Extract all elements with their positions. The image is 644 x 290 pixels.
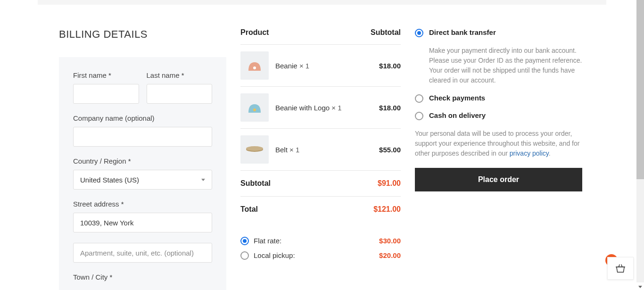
country-field: Country / Region * United States (US) [73, 157, 212, 190]
scroll-down-icon[interactable] [638, 286, 642, 288]
item-name: Beanie with Logo × 1 [275, 104, 379, 112]
item-name: Belt × 1 [275, 146, 379, 154]
country-select[interactable]: United States (US) [73, 170, 212, 190]
billing-title: BILLING DETAILS [59, 28, 226, 41]
order-column: Product Subtotal Beanie × 1 $18.00 Beani… [240, 28, 401, 290]
shipping-price: $30.00 [379, 237, 401, 245]
payment-option-bank: Direct bank transfer [415, 28, 582, 37]
company-field: Company name (optional) [73, 114, 212, 147]
company-label: Company name (optional) [73, 114, 212, 122]
subtotal-amount: $91.00 [378, 179, 401, 188]
payment-label: Check payments [429, 94, 485, 102]
item-name: Beanie × 1 [275, 62, 379, 70]
first-name-input[interactable] [73, 84, 139, 104]
apt-field [73, 243, 212, 263]
shipping-row: Flat rate: $30.00 [240, 233, 401, 248]
shipping-label: Flat rate: [254, 237, 281, 245]
payment-label: Direct bank transfer [429, 28, 496, 36]
apt-input[interactable] [73, 243, 212, 263]
payment-label: Cash on delivery [429, 111, 486, 119]
shipping-radio-flat[interactable] [240, 237, 249, 245]
billing-column: BILLING DETAILS First name * Last name *… [59, 28, 226, 290]
privacy-text: Your personal data will be used to proce… [415, 129, 582, 158]
item-price: $18.00 [379, 62, 401, 70]
subtotal-label: Subtotal [240, 179, 271, 188]
privacy-link[interactable]: privacy policy [510, 149, 549, 157]
shipping-row: Local pickup: $20.00 [240, 248, 401, 263]
checkout-container: BILLING DETAILS First name * Last name *… [0, 5, 644, 290]
payment-option-check: Check payments [415, 94, 582, 103]
country-label: Country / Region * [73, 157, 212, 165]
shipping-label: Local pickup: [254, 251, 295, 259]
street-label: Street address * [73, 200, 212, 208]
last-name-label: Last name * [147, 71, 213, 79]
company-input[interactable] [73, 127, 212, 147]
payment-radio-cod[interactable] [415, 112, 423, 120]
payment-radio-bank[interactable] [415, 29, 423, 37]
payment-option-cod: Cash on delivery [415, 111, 582, 120]
payment-column: Direct bank transfer Make your payment d… [415, 28, 582, 290]
shipping-radio-pickup[interactable] [240, 251, 249, 260]
cart-widget[interactable] [607, 257, 634, 280]
street-field: Street address * [73, 200, 212, 232]
shipping-options: Flat rate: $30.00 Local pickup: $20.00 [240, 222, 401, 263]
top-spacer [38, 0, 606, 5]
billing-form: First name * Last name * Company name (o… [59, 57, 226, 290]
payment-desc: Make your payment directly into our bank… [429, 46, 582, 85]
order-item: Beanie with Logo × 1 $18.00 [240, 87, 401, 129]
subtotal-header: Subtotal [371, 28, 401, 37]
town-field: Town / City * [73, 273, 212, 286]
order-header: Product Subtotal [240, 28, 401, 45]
product-thumb [240, 135, 269, 164]
svg-point-3 [246, 146, 263, 151]
street-input[interactable] [73, 213, 212, 232]
svg-point-0 [253, 66, 256, 69]
basket-icon [615, 264, 626, 273]
country-value: United States (US) [80, 176, 139, 184]
place-order-button[interactable]: Place order [415, 168, 582, 191]
first-name-label: First name * [73, 71, 139, 79]
total-label: Total [240, 205, 258, 214]
subtotal-line: Subtotal $91.00 [240, 171, 401, 197]
product-header: Product [240, 28, 269, 37]
chevron-down-icon [201, 179, 205, 181]
total-amount: $121.00 [373, 205, 401, 214]
order-item: Belt × 1 $55.00 [240, 129, 401, 171]
total-line: Total $121.00 [240, 197, 401, 222]
payment-radio-check[interactable] [415, 94, 423, 103]
product-thumb [240, 51, 269, 80]
item-price: $18.00 [379, 104, 401, 112]
last-name-input[interactable] [147, 84, 213, 104]
shipping-price: $20.00 [379, 251, 401, 259]
last-name-field: Last name * [147, 71, 213, 104]
product-thumb [240, 93, 269, 122]
scrollbar-thumb[interactable] [636, 0, 644, 179]
item-price: $55.00 [379, 146, 401, 154]
town-label: Town / City * [73, 273, 212, 281]
first-name-field: First name * [73, 71, 139, 104]
order-item: Beanie × 1 $18.00 [240, 45, 401, 87]
svg-point-1 [253, 108, 256, 111]
